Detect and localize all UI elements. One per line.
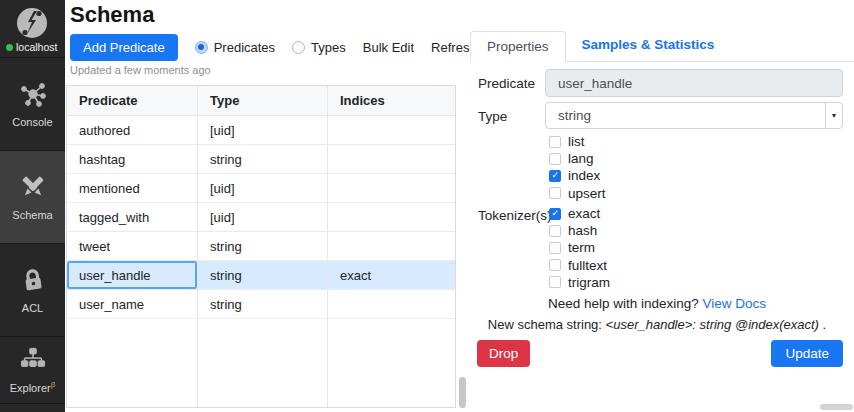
- checkbox-icon: [549, 276, 561, 288]
- checkbox-icon: [549, 170, 561, 182]
- schema-string-suffix: .: [819, 317, 826, 332]
- sidebar-item-acl[interactable]: ACL: [0, 243, 65, 336]
- table-header-row: Predicate Type Indices: [67, 86, 455, 116]
- checkbox-icon: [549, 153, 561, 165]
- type-field-label: Type: [478, 109, 507, 124]
- help-text: Need help with indexing?: [548, 296, 703, 311]
- bulk-edit-link[interactable]: Bulk Edit: [363, 40, 414, 55]
- checkbox-upsert[interactable]: upsert: [549, 185, 606, 202]
- checkbox-lang[interactable]: lang: [549, 150, 606, 167]
- cell-type: [uid]: [198, 174, 328, 202]
- checkbox-label: exact: [568, 206, 600, 221]
- cell-indices: [328, 174, 455, 202]
- sidebar-item-explorer[interactable]: Explorerβ: [0, 336, 65, 403]
- lock-icon: [19, 266, 47, 297]
- checkbox-icon: [549, 225, 561, 237]
- flags-group: list lang index upsert: [549, 133, 606, 202]
- horizontal-scrollbar-thumb[interactable]: [820, 404, 853, 410]
- graph-hub-icon: [19, 80, 47, 111]
- cell-predicate: user_handle: [67, 261, 198, 289]
- cell-type: string: [198, 232, 328, 260]
- sidebar-item-console[interactable]: Console: [0, 57, 65, 150]
- predicate-field-label: Predicate: [478, 76, 535, 91]
- new-schema-string: New schema string: <user_handle>: string…: [466, 317, 848, 332]
- checkbox-exact[interactable]: exact: [549, 205, 610, 222]
- checkbox-hash[interactable]: hash: [549, 222, 610, 239]
- cell-indices: exact: [328, 261, 455, 289]
- schema-string-code: <user_handle>: string @index(exact): [606, 317, 819, 332]
- checkbox-label: upsert: [568, 186, 606, 201]
- sidebar-item-label: Schema: [12, 209, 52, 221]
- column-header-indices[interactable]: Indices: [328, 86, 455, 115]
- toolbar: Add Predicate Predicates Types Bulk Edit…: [70, 33, 528, 61]
- checkbox-icon: [549, 136, 561, 148]
- checkbox-label: term: [568, 240, 595, 255]
- tab-samples-statistics[interactable]: Samples & Statistics: [566, 30, 731, 61]
- checkbox-fulltext[interactable]: fulltext: [549, 257, 610, 274]
- cell-type: [uid]: [198, 203, 328, 231]
- radio-label: Predicates: [214, 40, 275, 55]
- cell-type: string: [198, 290, 328, 318]
- radio-label: Types: [311, 40, 346, 55]
- add-predicate-button[interactable]: Add Predicate: [70, 34, 178, 61]
- indexing-help: Need help with indexing? View Docs: [470, 296, 844, 311]
- checkbox-label: list: [568, 134, 585, 149]
- table-row[interactable]: user_name string: [67, 290, 455, 319]
- connection-label: localhost: [16, 41, 57, 53]
- radio-icon: [195, 41, 208, 54]
- tab-properties[interactable]: Properties: [470, 31, 566, 62]
- radio-types[interactable]: Types: [292, 40, 346, 55]
- sidebar-item-partial: [0, 403, 65, 412]
- connection-status[interactable]: localhost: [6, 41, 57, 53]
- sidebar: localhost Console Schema: [0, 0, 65, 412]
- tree-hierarchy-icon: [20, 346, 46, 375]
- cell-indices: [328, 290, 455, 318]
- radio-icon: [292, 41, 305, 54]
- beta-badge: β: [51, 380, 56, 389]
- radio-predicates[interactable]: Predicates: [195, 40, 275, 55]
- column-header-predicate[interactable]: Predicate: [67, 86, 198, 115]
- checkbox-term[interactable]: term: [549, 239, 610, 256]
- drop-button[interactable]: Drop: [477, 340, 530, 367]
- tokenizers-group: exact hash term fulltext trigram: [549, 205, 610, 291]
- checkbox-label: fulltext: [568, 258, 607, 273]
- checkbox-index[interactable]: index: [549, 167, 606, 184]
- crossed-pencils-icon: [19, 173, 47, 204]
- cell-predicate: mentioned: [67, 174, 198, 202]
- cell-predicate: user_name: [67, 290, 198, 318]
- checkbox-list[interactable]: list: [549, 133, 606, 150]
- table-row[interactable]: mentioned [uid]: [67, 174, 455, 203]
- cell-type: string: [198, 261, 328, 289]
- cell-predicate: hashtag: [67, 145, 198, 173]
- vertical-scrollbar-thumb[interactable]: [459, 377, 466, 408]
- cell-indices: [328, 116, 455, 144]
- checkbox-icon: [549, 242, 561, 254]
- checkbox-icon: [549, 187, 561, 199]
- sidebar-item-schema[interactable]: Schema: [0, 150, 65, 243]
- cell-predicate: tweet: [67, 232, 198, 260]
- cell-predicate: authored: [67, 116, 198, 144]
- dgraph-logo-icon: [14, 5, 50, 44]
- brand-block[interactable]: localhost: [0, 0, 65, 57]
- update-button[interactable]: Update: [771, 340, 843, 367]
- cell-predicate: tagged_with: [67, 203, 198, 231]
- table-row[interactable]: tweet string: [67, 232, 455, 261]
- chevron-down-icon: ▼: [825, 103, 842, 128]
- column-header-type[interactable]: Type: [198, 86, 328, 115]
- view-docs-link[interactable]: View Docs: [703, 296, 767, 311]
- updated-timestamp: Updated a few moments ago: [70, 64, 211, 76]
- table-row[interactable]: tagged_with [uid]: [67, 203, 455, 232]
- predicate-input: [545, 69, 843, 97]
- type-select[interactable]: string ▼: [545, 102, 843, 129]
- table-row[interactable]: user_handle string exact: [67, 261, 455, 290]
- table-row[interactable]: authored [uid]: [67, 116, 455, 145]
- checkbox-trigram[interactable]: trigram: [549, 274, 610, 291]
- table-row[interactable]: hashtag string: [67, 145, 455, 174]
- status-dot-icon: [6, 44, 13, 51]
- cell-indices: [328, 203, 455, 231]
- cell-indices: [328, 145, 455, 173]
- sidebar-item-label: Explorerβ: [10, 380, 56, 394]
- checkbox-label: index: [568, 168, 600, 183]
- checkbox-label: hash: [568, 223, 597, 238]
- tokenizers-label: Tokenizer(s): [478, 208, 552, 223]
